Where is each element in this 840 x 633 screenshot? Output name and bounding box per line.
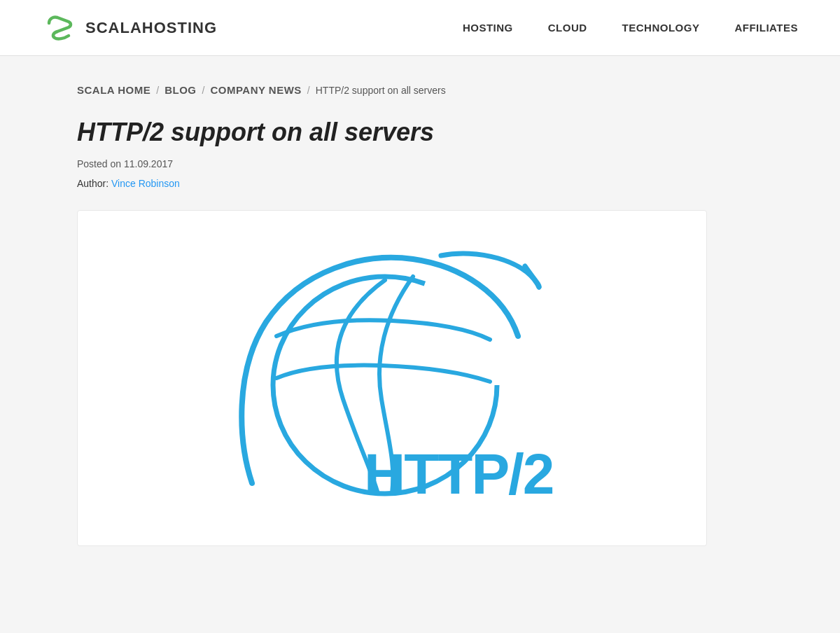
article-title: HTTP/2 support on all servers xyxy=(77,117,763,147)
scala-logo-icon xyxy=(42,11,77,46)
site-header: SCALAHOSTING HOSTING CLOUD TECHNOLOGY AF… xyxy=(0,0,840,56)
nav-technology[interactable]: TECHNOLOGY xyxy=(622,22,700,34)
svg-text:HTTP/2: HTTP/2 xyxy=(364,442,553,506)
main-nav: HOSTING CLOUD TECHNOLOGY AFFILIATES xyxy=(463,22,798,34)
article-image-container: HTTP/2 xyxy=(77,210,707,546)
nav-cloud[interactable]: CLOUD xyxy=(548,22,587,34)
logo-area[interactable]: SCALAHOSTING xyxy=(42,11,217,46)
post-author: Author: Vince Robinson xyxy=(77,178,763,189)
nav-hosting[interactable]: HOSTING xyxy=(463,22,513,34)
breadcrumb-blog[interactable]: Blog xyxy=(164,84,196,96)
breadcrumb-sep-1: / xyxy=(156,85,159,96)
breadcrumb-current: HTTP/2 support on all servers xyxy=(316,85,446,96)
breadcrumb: Scala Home / Blog / Company news / HTTP/… xyxy=(77,84,763,96)
author-link[interactable]: Vince Robinson xyxy=(111,178,180,189)
main-content: Scala Home / Blog / Company news / HTTP/… xyxy=(35,56,805,574)
nav-affiliates[interactable]: AFFILIATES xyxy=(734,22,798,34)
breadcrumb-sep-2: / xyxy=(202,85,205,96)
post-date: Posted on 11.09.2017 xyxy=(77,158,763,169)
breadcrumb-home[interactable]: Scala Home xyxy=(77,84,150,96)
logo-text: SCALAHOSTING xyxy=(85,19,217,37)
http2-graphic: HTTP/2 xyxy=(106,245,678,511)
breadcrumb-sep-3: / xyxy=(307,85,310,96)
http2-logo-svg: HTTP/2 xyxy=(196,245,588,511)
breadcrumb-category[interactable]: Company news xyxy=(210,84,301,96)
author-label: Author: xyxy=(77,178,108,189)
